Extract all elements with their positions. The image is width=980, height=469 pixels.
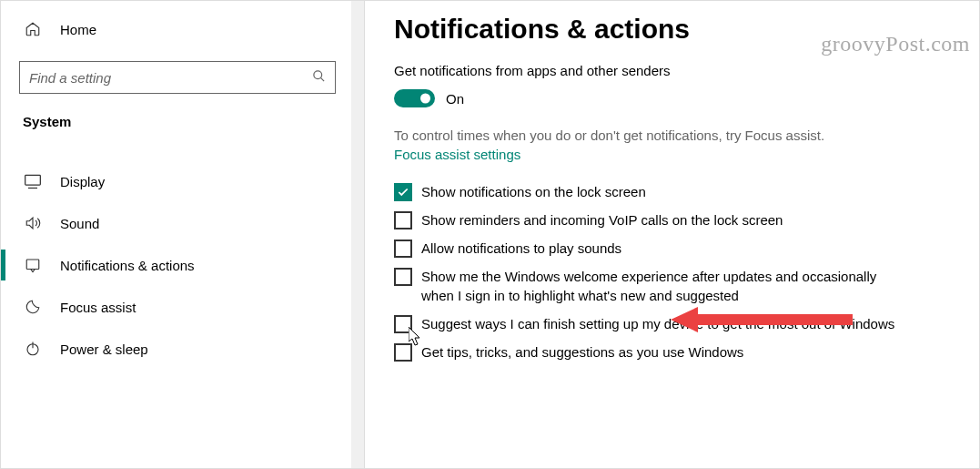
- sidebar-item-label: Display: [60, 174, 105, 189]
- checkbox-label: Get tips, tricks, and suggestions as you…: [421, 342, 743, 362]
- sidebar-item-label: Focus assist: [60, 300, 136, 315]
- sidebar-item-display[interactable]: Display: [19, 160, 346, 202]
- sidebar-item-label: Notifications & actions: [60, 258, 195, 273]
- search-icon: [312, 69, 326, 86]
- sidebar-item-sound[interactable]: Sound: [19, 202, 346, 244]
- notifications-icon: [23, 255, 43, 275]
- checkbox-label: Show reminders and incoming VoIP calls o…: [421, 210, 783, 229]
- sidebar: Home System Display Sound Not: [1, 1, 365, 468]
- sidebar-item-label: Home: [60, 22, 96, 37]
- checkbox-play-sounds[interactable]: [394, 240, 412, 258]
- power-icon: [23, 339, 43, 359]
- checkbox-label: Suggest ways I can finish setting up my …: [421, 314, 894, 333]
- checkbox-label: Show me the Windows welcome experience a…: [421, 267, 904, 305]
- notifications-toggle[interactable]: [394, 89, 435, 107]
- svg-rect-2: [25, 175, 41, 185]
- sidebar-item-focus-assist[interactable]: Focus assist: [19, 286, 346, 328]
- home-icon: [23, 19, 43, 39]
- sidebar-item-home[interactable]: Home: [19, 8, 346, 50]
- svg-rect-5: [26, 260, 39, 270]
- checkbox-label: Allow notifications to play sounds: [421, 239, 621, 258]
- svg-marker-4: [26, 218, 33, 229]
- sidebar-item-notifications[interactable]: Notifications & actions: [19, 244, 346, 286]
- checkbox-label: Show notifications on the lock screen: [421, 182, 646, 201]
- sidebar-item-label: Power & sleep: [60, 342, 148, 357]
- checkbox-finish-setup[interactable]: [394, 315, 412, 333]
- sidebar-item-label: Sound: [60, 216, 99, 231]
- svg-point-0: [314, 71, 322, 79]
- search-input[interactable]: [19, 61, 336, 94]
- svg-line-1: [320, 77, 324, 81]
- checkbox-tips-tricks[interactable]: [394, 343, 412, 362]
- focus-assist-link[interactable]: Focus assist settings: [394, 147, 952, 162]
- checkbox-welcome-experience[interactable]: [394, 268, 412, 286]
- search-input-field[interactable]: [29, 70, 312, 86]
- content-panel: Notifications & actions Get notification…: [365, 1, 979, 468]
- sidebar-item-power-sleep[interactable]: Power & sleep: [19, 328, 346, 370]
- display-icon: [23, 171, 43, 191]
- checkbox-show-lock-screen[interactable]: [394, 183, 412, 201]
- section-header-system: System: [23, 114, 346, 129]
- notifications-toggle-label: Get notifications from apps and other se…: [394, 63, 952, 78]
- sound-icon: [23, 213, 43, 233]
- toggle-state-label: On: [446, 91, 464, 107]
- watermark: groovyPost.com: [821, 32, 970, 56]
- sidebar-scrollbar[interactable]: [351, 1, 364, 468]
- focus-assist-icon: [23, 297, 43, 317]
- checkbox-show-reminders[interactable]: [394, 211, 412, 229]
- svg-marker-6: [31, 270, 35, 272]
- focus-assist-help-text: To control times when you do or don't ge…: [394, 126, 952, 145]
